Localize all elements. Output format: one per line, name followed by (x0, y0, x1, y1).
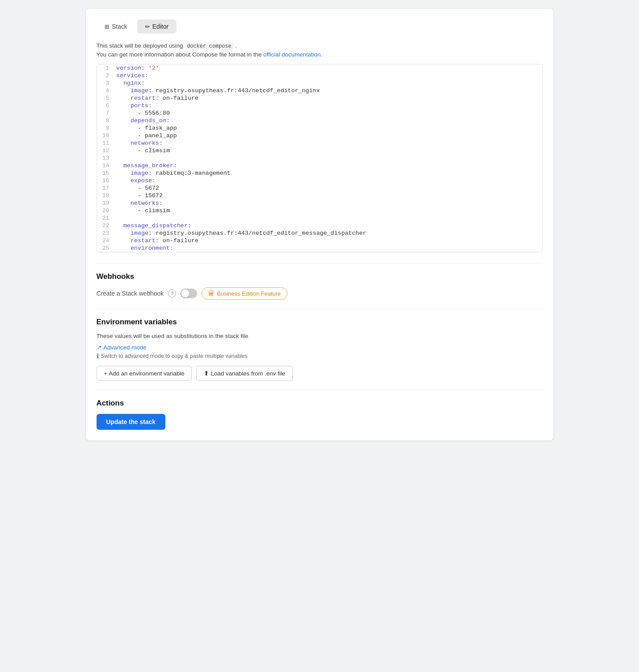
line-number: 24 (97, 237, 116, 244)
official-docs-link[interactable]: official documentation. (263, 51, 322, 58)
line-number: 10 (97, 132, 116, 139)
code-line: 5 restart: on-failure (97, 94, 542, 102)
code-line: 13 (97, 154, 542, 162)
line-number: 19 (97, 200, 116, 206)
code-line: 23 image: registry.osupytheas.fr:443/net… (97, 229, 542, 237)
line-number: 5 (97, 95, 116, 101)
line-content: ports: (116, 102, 152, 109)
webhook-toggle[interactable] (180, 289, 197, 298)
line-content: message_broker: (116, 162, 177, 169)
code-line: 1version: '2' (97, 64, 542, 72)
code-line: 22 message_dispatcher: (97, 222, 542, 229)
line-content: nginx: (116, 80, 145, 86)
env-buttons: + Add an environment variable ⬆ Load var… (97, 366, 543, 381)
code-line: 19 networks: (97, 199, 542, 207)
line-number: 20 (97, 207, 116, 214)
line-number: 12 (97, 147, 116, 154)
code-line: 7 - 5556:80 (97, 109, 542, 117)
webhook-label: Create a Stack webhook (97, 290, 164, 297)
code-editor[interactable]: 1version: '2'2services:3 nginx:4 image: … (97, 64, 543, 252)
line-content: environment: (116, 245, 174, 252)
line-content: version: '2' (116, 65, 159, 71)
code-line: 6 ports: (97, 102, 542, 109)
main-container: ⊞ Stack ✏ Editor This stack will be depl… (86, 9, 553, 440)
line-content: - panel_app (116, 132, 177, 139)
line-content: - climsim (116, 207, 170, 214)
line-content: networks: (116, 200, 163, 206)
tab-editor[interactable]: ✏ Editor (137, 19, 177, 34)
webhooks-title: Webhooks (97, 272, 543, 281)
line-content: - climsim (116, 147, 170, 154)
code-line: 11 networks: (97, 139, 542, 147)
env-description: These values will be used as substitutio… (97, 333, 543, 339)
env-vars-section: Environment variables These values will … (97, 318, 543, 381)
line-number: 3 (97, 80, 116, 86)
line-number: 25 (97, 245, 116, 252)
load-env-file-button[interactable]: ⬆ Load variables from .env file (196, 366, 293, 381)
line-number: 1 (97, 65, 116, 71)
code-line: 10 - panel_app (97, 132, 542, 139)
env-title: Environment variables (97, 318, 543, 327)
tab-stack[interactable]: ⊞ Stack (97, 19, 135, 34)
line-number: 8 (97, 117, 116, 124)
line-content: image: registry.osupytheas.fr:443/netcdf… (116, 87, 320, 94)
line-content: restart: on-failure (116, 95, 198, 101)
editor-icon: ✏ (145, 23, 150, 30)
hint-icon: ℹ (97, 353, 99, 360)
business-icon: 🏛 (208, 290, 214, 297)
line-content: - 15672 (116, 192, 163, 199)
info-line2: You can get more information about Compo… (97, 51, 543, 58)
line-content: image: registry.osupytheas.fr:443/netcdf… (116, 230, 366, 237)
line-content: expose: (116, 177, 156, 184)
line-number: 6 (97, 102, 116, 109)
line-number: 21 (97, 215, 116, 221)
line-content: networks: (116, 140, 163, 146)
divider-2 (97, 308, 543, 309)
code-line: 16 expose: (97, 177, 542, 184)
code-line: 15 image: rabbitmq:3-management (97, 169, 542, 177)
code-line: 21 (97, 214, 542, 222)
tab-bar: ⊞ Stack ✏ Editor (97, 19, 543, 34)
line-content: services: (116, 72, 149, 79)
line-number: 7 (97, 110, 116, 116)
code-line: 9 - flask_app (97, 124, 542, 132)
line-number: 18 (97, 192, 116, 199)
code-line: 14 message_broker: (97, 162, 542, 169)
webhooks-section: Webhooks Create a Stack webhook ? 🏛 Busi… (97, 272, 543, 300)
line-number: 13 (97, 155, 116, 161)
advanced-mode-hint: ℹ Switch to advanced mode to copy & past… (97, 353, 543, 360)
stack-icon: ⊞ (105, 23, 109, 30)
advanced-mode-link[interactable]: ↗ Advanced mode (97, 344, 543, 351)
line-content: - flask_app (116, 125, 177, 131)
update-stack-button[interactable]: Update the stack (97, 414, 165, 430)
line-number: 17 (97, 185, 116, 191)
info-line1: This stack will be deployed using docker… (97, 42, 543, 49)
line-number: 2 (97, 72, 116, 79)
line-number: 22 (97, 222, 116, 229)
actions-section: Actions Update the stack (97, 399, 543, 430)
line-number: 15 (97, 170, 116, 176)
line-number: 23 (97, 230, 116, 237)
code-line: 20 - climsim (97, 207, 542, 214)
line-number: 14 (97, 162, 116, 169)
code-line: 24 restart: on-failure (97, 237, 542, 244)
code-line: 2services: (97, 72, 542, 79)
actions-title: Actions (97, 399, 543, 408)
line-content: depends_on: (116, 117, 170, 124)
webhook-help-icon[interactable]: ? (168, 289, 176, 297)
line-number: 4 (97, 87, 116, 94)
line-content: image: rabbitmq:3-management (116, 170, 231, 176)
line-content: restart: on-failure (116, 237, 198, 244)
code-line: 3 nginx: (97, 79, 542, 87)
add-env-variable-button[interactable]: + Add an environment variable (97, 366, 192, 381)
divider-1 (97, 263, 543, 263)
code-line: 18 - 15672 (97, 192, 542, 199)
divider-3 (97, 390, 543, 390)
line-content: - 5556:80 (116, 110, 170, 116)
code-line: 12 - climsim (97, 147, 542, 154)
line-content (116, 215, 120, 221)
line-content: - 5672 (116, 185, 159, 191)
code-line: 4 image: registry.osupytheas.fr:443/netc… (97, 87, 542, 94)
webhook-row: Create a Stack webhook ? 🏛 Business Edit… (97, 287, 543, 300)
line-number: 11 (97, 140, 116, 146)
